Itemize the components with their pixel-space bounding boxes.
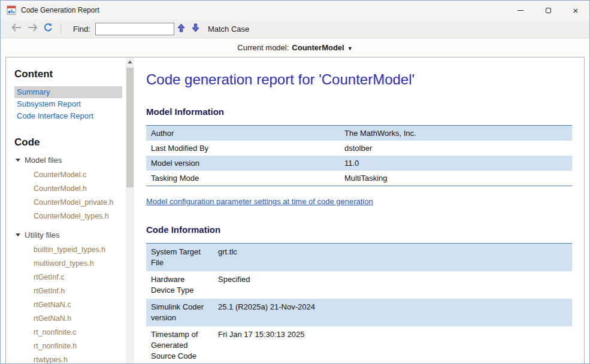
window-controls: × bbox=[507, 1, 589, 20]
find-previous-button[interactable] bbox=[174, 22, 189, 36]
tree-group-model-files[interactable]: Model files bbox=[16, 156, 126, 165]
find-next-button[interactable] bbox=[189, 22, 203, 36]
file-link[interactable]: CounterModel_private.h bbox=[14, 196, 126, 210]
row-label: Timestamp of Generated Source Code bbox=[146, 326, 213, 363]
row-value: dstolber bbox=[340, 141, 572, 156]
forward-icon bbox=[27, 23, 38, 34]
sidebar-item-subsystem-report[interactable]: Subsystem Report bbox=[14, 98, 122, 110]
minimize-button[interactable] bbox=[507, 1, 534, 20]
sidebar-item-summary[interactable]: Summary bbox=[14, 86, 122, 98]
row-label: Hardware Device Type bbox=[146, 271, 213, 299]
file-link[interactable]: builtin_typeid_types.h bbox=[14, 243, 126, 257]
table-row: Simulink Coder version 25.1 (R2025a) 21-… bbox=[146, 299, 572, 326]
row-label: Author bbox=[146, 126, 340, 141]
close-button[interactable]: × bbox=[562, 1, 589, 20]
table-row: System Target File grt.tlc bbox=[146, 244, 572, 272]
sidebar-scrollbar[interactable] bbox=[126, 57, 134, 363]
maximize-button[interactable] bbox=[534, 1, 562, 20]
file-link[interactable]: rtGetInf.h bbox=[14, 284, 126, 298]
scrollbar-up-button[interactable] bbox=[126, 57, 134, 66]
window-title: Code Generation Report bbox=[21, 6, 99, 14]
row-value: Fri Jan 17 15:30:13 2025 bbox=[213, 326, 572, 363]
row-label: Model version bbox=[146, 156, 340, 171]
current-model-name: CounterModel bbox=[292, 43, 344, 52]
model-information-table: Author The MathWorks, Inc. Last Modified… bbox=[146, 125, 572, 186]
report-main: Code generation report for 'CounterModel… bbox=[134, 57, 584, 363]
find-toolbar: Find: Match Case bbox=[1, 20, 589, 38]
row-label: Tasking Mode bbox=[146, 171, 340, 186]
content-heading: Content bbox=[14, 68, 126, 80]
code-information-table: System Target File grt.tlc Hardware Devi… bbox=[146, 243, 572, 363]
table-row: Model version 11.0 bbox=[146, 156, 572, 171]
tree-group-label: Utility files bbox=[25, 230, 60, 239]
toolbar-separator bbox=[60, 23, 61, 34]
collapse-icon bbox=[16, 233, 20, 236]
collapse-icon bbox=[16, 159, 20, 162]
find-next-icon bbox=[192, 23, 199, 35]
row-value: 25.1 (R2025a) 21-Nov-2024 bbox=[213, 299, 572, 326]
current-model-bar: Current model: CounterModel ▼ bbox=[1, 38, 589, 57]
page-title: Code generation report for 'CounterModel… bbox=[146, 71, 572, 89]
scrollbar-thumb[interactable] bbox=[126, 68, 134, 187]
row-value: MultiTasking bbox=[340, 171, 572, 186]
find-previous-icon bbox=[177, 23, 185, 35]
table-row: Hardware Device Type Specified bbox=[146, 271, 572, 299]
sidebar: Content Summary Subsystem Report Code In… bbox=[6, 57, 126, 363]
content-area: Content Summary Subsystem Report Code In… bbox=[5, 57, 585, 363]
back-button[interactable] bbox=[9, 22, 25, 36]
file-link[interactable]: rtGetNaN.h bbox=[14, 312, 126, 326]
row-value: Specified bbox=[213, 271, 572, 299]
sidebar-item-code-interface-report[interactable]: Code Interface Report bbox=[14, 110, 122, 122]
close-icon: × bbox=[573, 6, 579, 15]
refresh-icon bbox=[43, 23, 53, 35]
row-label: System Target File bbox=[146, 244, 213, 272]
file-link[interactable]: CounterModel.c bbox=[14, 168, 126, 182]
tree-group-utility-files[interactable]: Utility files bbox=[16, 230, 126, 239]
scroll-up-icon bbox=[128, 60, 132, 63]
table-row: Tasking Mode MultiTasking bbox=[146, 171, 572, 186]
code-heading: Code bbox=[14, 136, 126, 148]
table-row: Last Modified By dstolber bbox=[146, 141, 572, 156]
row-value: The MathWorks, Inc. bbox=[340, 126, 572, 141]
row-label: Last Modified By bbox=[146, 141, 340, 156]
minimize-icon bbox=[518, 10, 524, 11]
forward-button[interactable] bbox=[25, 22, 40, 36]
file-link[interactable]: rtGetNaN.c bbox=[14, 298, 126, 312]
back-icon bbox=[11, 23, 22, 34]
configuration-settings-link[interactable]: Model configuration parameter settings a… bbox=[146, 197, 373, 206]
dropdown-arrow-icon: ▼ bbox=[347, 46, 353, 51]
file-link[interactable]: CounterModel_types.h bbox=[14, 210, 126, 223]
title-bar: Code Generation Report × bbox=[1, 1, 589, 20]
model-information-heading: Model Information bbox=[146, 107, 572, 117]
file-link[interactable]: rt_nonfinite.c bbox=[14, 326, 126, 339]
table-row: Timestamp of Generated Source Code Fri J… bbox=[146, 326, 572, 363]
file-link[interactable]: multiword_types.h bbox=[14, 257, 126, 271]
code-information-heading: Code Information bbox=[146, 225, 572, 235]
current-model-label: Current model: bbox=[237, 43, 289, 52]
row-label: Simulink Coder version bbox=[146, 299, 213, 326]
refresh-button[interactable] bbox=[40, 22, 56, 36]
file-link[interactable]: rt_nonfinite.h bbox=[14, 339, 126, 353]
row-value: grt.tlc bbox=[213, 244, 572, 272]
row-value: 11.0 bbox=[340, 156, 572, 171]
match-case-toggle[interactable]: Match Case bbox=[208, 25, 249, 34]
code-generation-report-window: Code Generation Report × bbox=[0, 0, 590, 364]
file-link[interactable]: rtwtypes.h bbox=[14, 353, 126, 363]
file-link[interactable]: rtGetInf.c bbox=[14, 271, 126, 284]
table-row: Author The MathWorks, Inc. bbox=[146, 126, 572, 141]
find-label: Find: bbox=[73, 25, 90, 34]
maximize-icon bbox=[546, 8, 551, 13]
find-input[interactable] bbox=[95, 23, 174, 35]
current-model-dropdown[interactable]: Current model: CounterModel ▼ bbox=[237, 43, 352, 52]
report-icon bbox=[7, 5, 16, 15]
file-link[interactable]: CounterModel.h bbox=[14, 182, 126, 196]
tree-group-label: Model files bbox=[25, 156, 62, 165]
